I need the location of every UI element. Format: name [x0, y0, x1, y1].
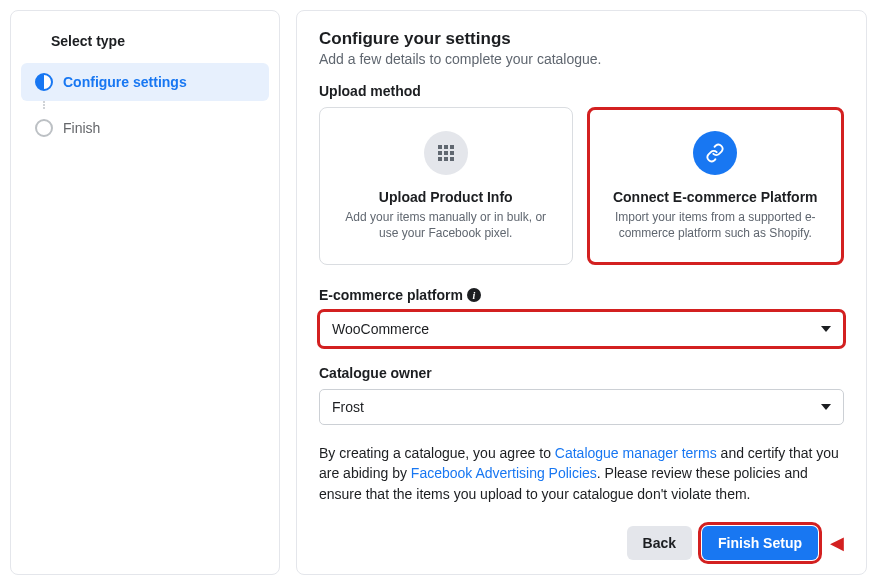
card-desc: Import your items from a supported e-com…	[608, 209, 824, 241]
step-configure-settings[interactable]: Configure settings	[21, 63, 269, 101]
step-label: Finish	[63, 120, 100, 136]
link-advertising-policies[interactable]: Facebook Advertising Policies	[411, 465, 597, 481]
svg-rect-5	[450, 151, 454, 155]
sidebar: Select type Configure settings Finish	[10, 10, 280, 575]
link-catalogue-terms[interactable]: Catalogue manager terms	[555, 445, 717, 461]
step-finish[interactable]: Finish	[21, 109, 269, 147]
ecommerce-platform-label: E-commerce platform i	[319, 287, 844, 303]
ecommerce-platform-select[interactable]: WooCommerce	[319, 311, 844, 347]
svg-rect-0	[438, 145, 442, 149]
footer-buttons: Back Finish Setup ◀	[319, 526, 844, 560]
ecommerce-platform-select-wrap: WooCommerce	[319, 311, 844, 347]
select-value: WooCommerce	[332, 321, 429, 337]
card-title: Upload Product Info	[379, 189, 513, 205]
finish-setup-button[interactable]: Finish Setup	[702, 526, 818, 560]
step-label: Configure settings	[63, 74, 187, 90]
chevron-down-icon	[821, 404, 831, 410]
legal-text: By creating a catalogue, you agree to Ca…	[319, 443, 844, 504]
svg-rect-6	[438, 157, 442, 161]
catalogue-owner-select-wrap: Frost	[319, 389, 844, 425]
card-upload-product-info[interactable]: Upload Product Info Add your items manua…	[319, 107, 573, 265]
main-panel: Configure your settings Add a few detail…	[296, 10, 867, 575]
svg-rect-1	[444, 145, 448, 149]
svg-rect-4	[444, 151, 448, 155]
page-title: Configure your settings	[319, 29, 844, 49]
svg-rect-7	[444, 157, 448, 161]
label-text: E-commerce platform	[319, 287, 463, 303]
upload-method-label: Upload method	[319, 83, 844, 99]
empty-circle-icon	[35, 119, 53, 137]
link-icon	[693, 131, 737, 175]
catalogue-owner-select[interactable]: Frost	[319, 389, 844, 425]
svg-rect-3	[438, 151, 442, 155]
card-desc: Add your items manually or in bulk, or u…	[338, 209, 554, 241]
sidebar-title: Select type	[21, 29, 269, 63]
legal-prefix: By creating a catalogue, you agree to	[319, 445, 555, 461]
catalogue-owner-label: Catalogue owner	[319, 365, 844, 381]
back-button[interactable]: Back	[627, 526, 692, 560]
info-icon[interactable]: i	[467, 288, 481, 302]
card-title: Connect E-commerce Platform	[613, 189, 818, 205]
svg-rect-2	[450, 145, 454, 149]
arrow-left-icon: ◀	[830, 532, 844, 554]
chevron-down-icon	[821, 326, 831, 332]
grid-icon	[424, 131, 468, 175]
progress-half-circle-icon	[35, 73, 53, 91]
svg-rect-8	[450, 157, 454, 161]
card-connect-ecommerce[interactable]: Connect E-commerce Platform Import your …	[587, 107, 845, 265]
page-subtitle: Add a few details to complete your catal…	[319, 51, 844, 67]
select-value: Frost	[332, 399, 364, 415]
upload-method-cards: Upload Product Info Add your items manua…	[319, 107, 844, 265]
step-connector	[43, 101, 269, 109]
